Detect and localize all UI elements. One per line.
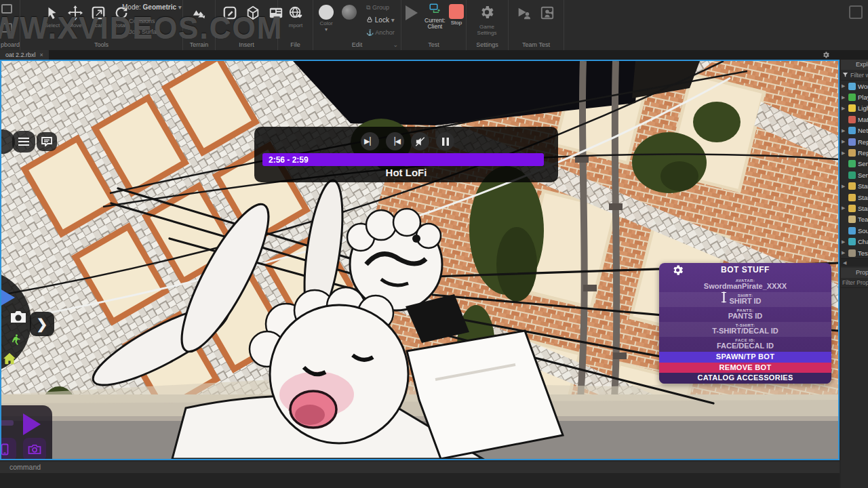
explorer-item-name[interactable]: StarterPlayer: [858, 205, 868, 212]
explorer-tree-item[interactable]: ▶ NetworkClient: [841, 125, 868, 136]
bot-field-value[interactable]: T-SHIRT/DECAL ID: [659, 327, 831, 335]
slider-track[interactable]: [0, 420, 14, 426]
explorer-item-name[interactable]: StarterGui: [858, 182, 868, 190]
play-button[interactable]: [406, 5, 418, 20]
bot-field[interactable]: SHIRT: SHIRT ID: [659, 292, 831, 307]
explorer-tree-item[interactable]: ▶ Chat: [841, 236, 868, 247]
explorer-tree-item[interactable]: ▶ ReplicatedFirst: [841, 136, 868, 147]
explorer-item-name[interactable]: ReplicatedFirst: [858, 138, 868, 146]
properties-header[interactable]: Properties: [841, 268, 868, 278]
stop-button[interactable]: Stop: [449, 4, 464, 26]
bot-field[interactable]: PANTS: PANTS ID: [659, 307, 831, 322]
mode-selector[interactable]: Mode: Geometric ▾: [122, 3, 182, 11]
explorer-item-name[interactable]: Players: [858, 94, 868, 101]
expand-arrow-icon[interactable]: ▶: [842, 250, 846, 256]
bot-field-value[interactable]: SHIRT ID: [659, 298, 831, 305]
game-settings-button[interactable]: Game Settings: [479, 4, 500, 36]
explorer-tree-item[interactable]: ServerStorage: [841, 169, 868, 180]
group-button[interactable]: ⧉ Group: [366, 4, 389, 12]
explorer-tree-item[interactable]: Teams: [841, 214, 868, 225]
explorer-item-name[interactable]: ReplicatedStorage: [858, 149, 868, 157]
explorer-item-name[interactable]: Chat: [858, 238, 868, 245]
tab-close-icon[interactable]: ×: [40, 52, 43, 58]
section-label-file: File: [278, 41, 313, 48]
hamburger-menu-button[interactable]: [12, 131, 35, 152]
explorer-item-name[interactable]: Workspace: [858, 83, 868, 90]
properties-filter-input[interactable]: Filter Properties: [841, 278, 868, 288]
expand-arrow-icon[interactable]: ▶: [842, 83, 846, 89]
material-picker-button[interactable]: [342, 5, 357, 20]
expand-arrow-icon[interactable]: ▶: [842, 128, 846, 134]
explorer-item-name[interactable]: SoundService: [858, 227, 868, 235]
explorer-hscrollbar[interactable]: ◀: [841, 258, 868, 266]
lock-button[interactable]: Lock ▾: [366, 16, 395, 24]
expand-arrow-icon[interactable]: ▶: [842, 95, 846, 100]
explorer-item-name[interactable]: Teams: [858, 216, 868, 223]
bot-action-button[interactable]: SPAWN/TP BOT: [659, 352, 831, 363]
chat-button[interactable]: [37, 132, 57, 151]
scroll-left-arrow-icon[interactable]: ◀: [843, 260, 846, 265]
expand-chevron-button[interactable]: ❯: [30, 312, 54, 336]
phone-button[interactable]: [0, 438, 16, 460]
bot-field-value[interactable]: PANTS ID: [659, 312, 831, 320]
edit-expander-icon[interactable]: ⌄: [393, 41, 398, 48]
explorer-item-name[interactable]: StarterPack: [858, 194, 868, 201]
bot-field-value[interactable]: FACE/DECAL ID: [659, 342, 831, 350]
explorer-item-name[interactable]: ServerScriptService: [858, 160, 868, 167]
explorer-item-name[interactable]: ServerStorage: [858, 171, 868, 179]
purple-play-icon[interactable]: [23, 413, 41, 435]
explorer-tree-item[interactable]: ▶ ReplicatedStorage: [841, 147, 868, 158]
explorer-header[interactable]: Explorer: [841, 60, 868, 70]
purple-camera-icon: [28, 444, 41, 455]
bot-field[interactable]: AVATAR: SwordmanPirate_XXXX: [659, 277, 831, 292]
explorer-tree-item[interactable]: ▶ Players: [841, 92, 868, 102]
game-viewport[interactable]: ▶▏ ▕◀ 2:56 - 2:59 Hot LoFi ❯: [0, 60, 840, 460]
explorer-tree-item[interactable]: ▶ TestService: [841, 247, 868, 258]
home-icon[interactable]: [3, 352, 16, 365]
bot-action-button[interactable]: REMOVE BOT: [659, 363, 831, 373]
explorer-item-name[interactable]: Lighting: [858, 104, 868, 112]
explorer-tree-item[interactable]: ▶ StarterPlayer: [841, 203, 868, 214]
explorer-item-name[interactable]: TestService: [858, 249, 868, 257]
pause-button[interactable]: [436, 132, 454, 150]
explorer-item-name[interactable]: MaterialService: [858, 116, 868, 123]
document-tab[interactable]: oat 2.2.rbxl ×: [0, 50, 49, 60]
expand-arrow-icon[interactable]: ▶: [842, 139, 846, 144]
track-progress-bar[interactable]: 2:56 - 2:59: [262, 153, 544, 166]
explorer-tree-item[interactable]: ▶ Lighting: [841, 103, 868, 114]
explorer-item-name[interactable]: NetworkClient: [858, 127, 868, 134]
expand-arrow-icon[interactable]: ▶: [842, 239, 846, 245]
previous-track-button[interactable]: ▕◀: [386, 132, 404, 150]
explorer-filter-input[interactable]: Filter workspace: [841, 70, 868, 81]
camera-icon[interactable]: [9, 310, 27, 324]
explorer-tree-item[interactable]: MaterialService: [841, 114, 868, 125]
document-tab-bar: oat 2.2.rbxl ×: [0, 50, 868, 60]
bot-field-value[interactable]: SwordmanPirate_XXXX: [659, 283, 831, 290]
bot-action-button[interactable]: CATALOG ACCESSORIES: [659, 373, 831, 384]
import-3d-button[interactable]: mport: [287, 4, 304, 28]
camera-snap-button[interactable]: [23, 438, 46, 460]
next-track-button[interactable]: ▶▏: [361, 132, 379, 150]
mute-button[interactable]: [411, 132, 429, 150]
viewport-gear-icon[interactable]: [822, 51, 830, 59]
explorer-tree-item[interactable]: SoundService: [841, 225, 868, 236]
explorer-tree-item[interactable]: ▶ Workspace: [841, 81, 868, 92]
bot-panel-gear-icon[interactable]: [671, 264, 684, 277]
current-client-selector[interactable]: Current: Client: [425, 3, 446, 30]
command-bar[interactable]: command: [0, 462, 840, 473]
expand-arrow-icon[interactable]: ▶: [842, 184, 846, 189]
explorer-item-icon: [848, 205, 856, 212]
bot-field[interactable]: FACE ID: FACE/DECAL ID: [659, 337, 831, 352]
team-test-start-button[interactable]: [515, 5, 532, 23]
expand-arrow-icon[interactable]: ▶: [842, 106, 846, 111]
run-icon[interactable]: [9, 332, 22, 346]
exit-game-button[interactable]: [540, 5, 555, 23]
bot-field[interactable]: T-SHIRT: T-SHIRT/DECAL ID: [659, 322, 831, 337]
explorer-tree-item[interactable]: ServerScriptService: [841, 159, 868, 169]
anchor-button[interactable]: ⚓ Anchor: [366, 29, 395, 36]
expand-arrow-icon[interactable]: ▶: [842, 150, 846, 156]
explorer-tree-item[interactable]: ▶ StarterGui: [841, 181, 868, 192]
color-picker-button[interactable]: Color ▾: [319, 5, 334, 33]
explorer-tree-item[interactable]: StarterPack: [841, 192, 868, 203]
expand-arrow-icon[interactable]: ▶: [842, 205, 846, 211]
